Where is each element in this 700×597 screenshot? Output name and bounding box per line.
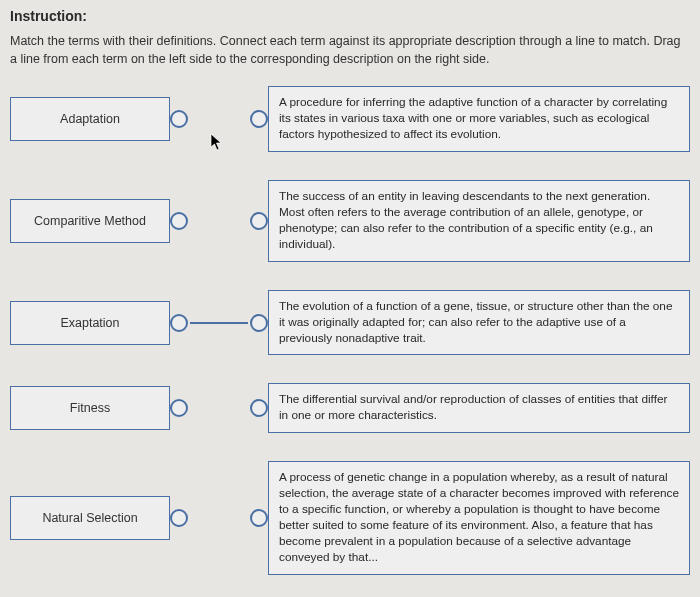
connector-zone[interactable] [170, 212, 268, 230]
definition-endpoint[interactable] [250, 509, 268, 527]
term-endpoint[interactable] [170, 212, 188, 230]
connection-line [190, 322, 248, 324]
connection-line [190, 118, 248, 120]
connection-line [190, 517, 248, 519]
match-row: Exaptation The evolution of a function o… [10, 290, 690, 356]
connector-zone[interactable] [170, 314, 268, 332]
definition-endpoint[interactable] [250, 399, 268, 417]
definition-endpoint[interactable] [250, 110, 268, 128]
term-box[interactable]: Natural Selection [10, 496, 170, 540]
term-box[interactable]: Adaptation [10, 97, 170, 141]
match-row: Adaptation A procedure for inferring the… [10, 86, 690, 152]
term-box[interactable]: Comparitive Method [10, 199, 170, 243]
connector-zone[interactable] [170, 509, 268, 527]
match-rows: Adaptation A procedure for inferring the… [10, 86, 690, 575]
term-endpoint[interactable] [170, 314, 188, 332]
definition-endpoint[interactable] [250, 314, 268, 332]
definition-box[interactable]: A procedure for inferring the adaptive f… [268, 86, 690, 152]
definition-box[interactable]: The evolution of a function of a gene, t… [268, 290, 690, 356]
connector-zone[interactable] [170, 399, 268, 417]
page-wrapper: Instruction: Match the terms with their … [0, 0, 700, 585]
definition-endpoint[interactable] [250, 212, 268, 230]
term-box[interactable]: Fitness [10, 386, 170, 430]
connection-line [190, 407, 248, 409]
term-box[interactable]: Exaptation [10, 301, 170, 345]
term-endpoint[interactable] [170, 399, 188, 417]
term-endpoint[interactable] [170, 110, 188, 128]
definition-box[interactable]: The differential survival and/or reprodu… [268, 383, 690, 433]
match-row: Fitness The differential survival and/or… [10, 383, 690, 433]
instruction-heading: Instruction: [10, 8, 690, 24]
definition-box[interactable]: A process of genetic change in a populat… [268, 461, 690, 575]
term-endpoint[interactable] [170, 509, 188, 527]
connector-zone[interactable] [170, 110, 268, 128]
match-row: Natural Selection A process of genetic c… [10, 461, 690, 575]
definition-box[interactable]: The success of an entity in leaving desc… [268, 180, 690, 262]
connection-line [190, 220, 248, 222]
match-row: Comparitive Method The success of an ent… [10, 180, 690, 262]
instruction-body: Match the terms with their definitions. … [10, 32, 690, 68]
